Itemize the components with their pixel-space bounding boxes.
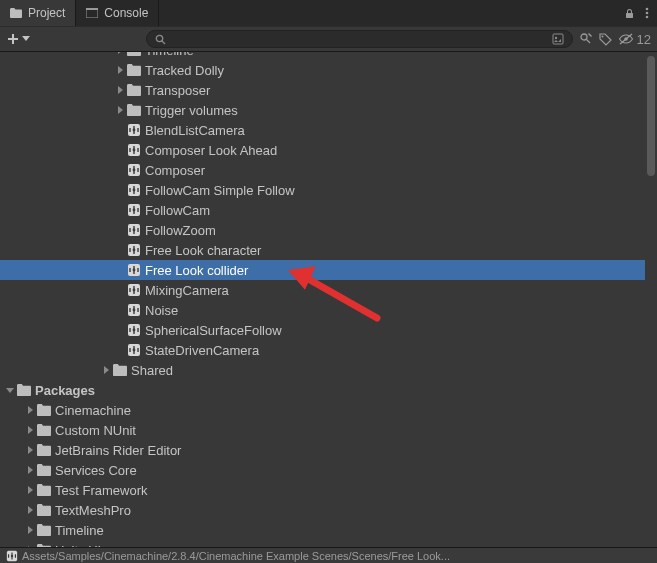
tree-item-label: MixingCamera [145, 283, 229, 298]
tree-row[interactable]: Unity UI [0, 540, 645, 547]
create-button[interactable] [6, 32, 30, 46]
tree-row[interactable]: Composer Look Ahead [0, 140, 645, 160]
scene-icon [127, 143, 141, 157]
chevron-right-icon[interactable] [24, 484, 36, 496]
chevron-right-icon[interactable] [24, 464, 36, 476]
tree-item-label: Transposer [145, 83, 210, 98]
svg-point-4 [646, 16, 649, 19]
chevron-right-icon[interactable] [114, 84, 126, 96]
tree-row[interactable]: FollowZoom [0, 220, 645, 240]
tree-row[interactable]: JetBrains Rider Editor [0, 440, 645, 460]
svg-point-31 [133, 289, 136, 292]
folder-icon [37, 463, 51, 477]
tree-row[interactable]: Cinemachine [0, 400, 645, 420]
svg-point-3 [646, 12, 649, 15]
tree-row[interactable]: StateDrivenCamera [0, 340, 645, 360]
tree-row[interactable]: TextMeshPro [0, 500, 645, 520]
kebab-menu-icon[interactable] [645, 7, 649, 19]
scene-icon [127, 163, 141, 177]
scene-icon [127, 323, 141, 337]
chevron-right-icon[interactable] [24, 404, 36, 416]
chevron-right-icon[interactable] [24, 444, 36, 456]
tree-item-label: Composer [145, 163, 205, 178]
folder-icon [127, 103, 141, 117]
svg-point-17 [133, 149, 136, 152]
tree-row[interactable]: Noise [0, 300, 645, 320]
chevron-right-icon[interactable] [114, 64, 126, 76]
tree-item-label: Services Core [55, 463, 137, 478]
scene-icon [127, 183, 141, 197]
tree-item-label: JetBrains Rider Editor [55, 443, 181, 458]
svg-rect-7 [553, 34, 563, 44]
hidden-toggle[interactable]: 12 [618, 32, 651, 47]
chevron-right-icon[interactable] [24, 424, 36, 436]
tree-row[interactable]: Services Core [0, 460, 645, 480]
chevron-down-icon[interactable] [4, 384, 16, 396]
svg-line-6 [162, 41, 165, 44]
folder-icon [37, 503, 51, 517]
tree-row[interactable]: Composer [0, 160, 645, 180]
tree-row[interactable]: FollowCam Simple Follow [0, 180, 645, 200]
tree-row[interactable]: SphericalSurfaceFollow [0, 320, 645, 340]
svg-point-5 [156, 35, 162, 41]
chevron-right-icon[interactable] [114, 104, 126, 116]
tree-row[interactable]: Trigger volumes [0, 100, 645, 120]
tree-row[interactable]: Tracked Dolly [0, 60, 645, 80]
tree-row[interactable]: Transposer [0, 80, 645, 100]
scene-icon [127, 283, 141, 297]
console-icon [86, 7, 98, 19]
tree-item-label: Noise [145, 303, 178, 318]
folder-icon [37, 403, 51, 417]
tree-row[interactable]: Custom NUnit [0, 420, 645, 440]
svg-point-29 [133, 269, 136, 272]
search-field[interactable] [166, 33, 552, 45]
project-tree[interactable]: TimelineTracked DollyTransposerTrigger v… [0, 52, 645, 547]
svg-point-21 [133, 189, 136, 192]
tree-row[interactable]: MixingCamera [0, 280, 645, 300]
scene-icon [127, 223, 141, 237]
tree-item-label: FollowCam Simple Follow [145, 183, 295, 198]
chevron-right-icon[interactable] [114, 52, 126, 56]
tree-row[interactable]: Timeline [0, 520, 645, 540]
scrollbar-thumb[interactable] [647, 56, 655, 176]
tree-row[interactable]: Timeline [0, 52, 645, 60]
tree-item-label: Timeline [145, 52, 194, 58]
tree-row[interactable]: Packages [0, 380, 645, 400]
svg-line-10 [586, 40, 590, 44]
tree-row[interactable]: Shared [0, 360, 645, 380]
chevron-right-icon[interactable] [100, 364, 112, 376]
tab-project[interactable]: Project [0, 0, 76, 26]
folder-icon [37, 523, 51, 537]
chevron-right-icon[interactable] [24, 504, 36, 516]
chevron-right-icon[interactable] [24, 524, 36, 536]
tree-row[interactable]: Free Look collider [0, 260, 645, 280]
tree-item-label: Free Look character [145, 243, 261, 258]
tree-item-label: SphericalSurfaceFollow [145, 323, 282, 338]
lock-icon[interactable] [624, 8, 635, 19]
scene-icon [127, 123, 141, 137]
folder-icon [37, 443, 51, 457]
tab-console[interactable]: Console [76, 0, 159, 26]
svg-rect-1 [86, 8, 98, 10]
tree-row[interactable]: Test Framework [0, 480, 645, 500]
tree-item-label: BlendListCamera [145, 123, 245, 138]
svg-point-23 [133, 209, 136, 212]
tree-item-label: Cinemachine [55, 403, 131, 418]
folder-icon [127, 52, 141, 57]
tree-row[interactable]: BlendListCamera [0, 120, 645, 140]
svg-point-2 [646, 8, 649, 11]
tree-row[interactable]: Free Look character [0, 240, 645, 260]
search-by-label-icon[interactable] [579, 32, 593, 46]
svg-point-25 [133, 229, 136, 232]
tree-item-label: TextMeshPro [55, 503, 131, 518]
scene-icon [127, 243, 141, 257]
scrollbar[interactable] [645, 52, 657, 547]
tree-row[interactable]: FollowCam [0, 200, 645, 220]
tag-icon[interactable] [599, 33, 612, 46]
tree-item-label: FollowCam [145, 203, 210, 218]
folder-icon [10, 7, 22, 19]
search-by-type-icon[interactable] [552, 33, 564, 45]
folder-icon [127, 63, 141, 77]
folder-icon [37, 483, 51, 497]
search-input[interactable] [146, 30, 573, 48]
